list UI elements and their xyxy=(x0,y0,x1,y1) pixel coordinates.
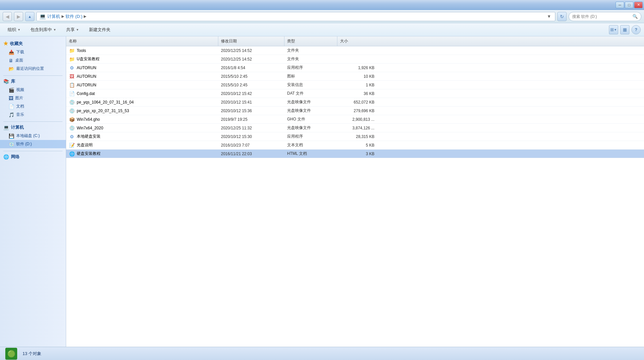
dat-icon: 📄 xyxy=(69,91,75,97)
table-row[interactable]: 📋 AUTORUN 2015/5/10 2:45 安装信息 1 KB xyxy=(66,81,644,89)
file-date-cell: 2020/10/12 15:41 xyxy=(218,100,284,105)
include-library-button[interactable]: 包含到库中 ▼ xyxy=(26,25,61,35)
desktop-icon: 🖥 xyxy=(9,58,13,63)
desktop-label: 桌面 xyxy=(15,58,23,63)
computer-header[interactable]: 💻 计算机 xyxy=(0,123,66,132)
sidebar-item-music[interactable]: 🎵 音乐 xyxy=(0,111,66,119)
doc-icon: 📄 xyxy=(9,104,14,109)
up-button[interactable]: ▲ xyxy=(25,12,34,21)
table-row[interactable]: 📦 Win7x64.gho 2019/9/7 19:25 GHO 文件 2,90… xyxy=(66,115,644,124)
table-row[interactable]: 📁 U盘安装教程 2020/12/25 14:52 文件夹 xyxy=(66,55,644,64)
downloads-label: 下载 xyxy=(16,49,24,55)
file-type-cell: 安装信息 xyxy=(284,82,337,88)
file-type-cell: 应用程序 xyxy=(284,134,337,139)
share-button[interactable]: 共享 ▼ xyxy=(62,25,83,35)
music-label: 音乐 xyxy=(16,112,24,117)
file-list: 📁 Tools 2020/12/25 14:52 文件夹 📁 U盘安装教程 20… xyxy=(66,46,644,347)
software-d-icon: 💿 xyxy=(9,142,14,147)
doc-label: 文档 xyxy=(16,104,24,109)
file-type-cell: DAT 文件 xyxy=(284,91,337,96)
recent-icon: 📂 xyxy=(9,66,14,71)
main-area: ★ 收藏夹 📥 下载 🖥 桌面 📂 最近访问的位置 📚 库 xyxy=(0,36,644,347)
folder-icon: 📁 xyxy=(69,56,75,62)
info-icon: 📋 xyxy=(69,82,75,88)
table-row[interactable]: 📝 光盘说明 2016/10/23 7:07 文本文档 5 KB xyxy=(66,141,644,150)
sidebar-item-downloads[interactable]: 📥 下载 xyxy=(0,48,66,56)
local-c-icon: 💾 xyxy=(9,133,14,139)
new-folder-button[interactable]: 新建文件夹 xyxy=(85,25,115,35)
forward-button[interactable]: ▶ xyxy=(14,12,23,21)
computer-section: 💻 计算机 💾 本地磁盘 (C:) 💿 软件 (D:) xyxy=(0,123,66,148)
recent-label: 最近访问的位置 xyxy=(16,66,44,71)
gho-icon: 📦 xyxy=(69,116,75,122)
file-name-text: 光盘说明 xyxy=(77,142,93,148)
refresh-button[interactable]: ↻ xyxy=(557,12,567,21)
network-header[interactable]: 🌐 网络 xyxy=(0,153,66,161)
table-row[interactable]: 💿 Win7x64_2020 2020/12/25 11:32 光盘映像文件 3… xyxy=(66,124,644,132)
table-row[interactable]: 💿 pe_yqs_1064_20_07_31_16_04 2020/10/12 … xyxy=(66,98,644,107)
file-name-text: AUTORUN xyxy=(77,74,96,79)
table-row[interactable]: ⚙ AUTORUN 2016/1/8 4:54 应用程序 1,926 KB xyxy=(66,64,644,72)
library-section: 📚 库 🎬 视频 🖼 图片 📄 文档 🎵 音乐 xyxy=(0,77,66,119)
sidebar-item-software-d[interactable]: 💿 软件 (D:) xyxy=(0,140,66,148)
col-name-header[interactable]: 名称 xyxy=(66,36,218,46)
file-name-cell: 🌐 硬盘安装教程 xyxy=(66,151,218,157)
sidebar-divider-3 xyxy=(3,151,63,151)
file-size-cell: 28,315 KB xyxy=(337,134,377,139)
file-type-cell: GHO 文件 xyxy=(284,116,337,122)
preview-button[interactable]: ▦ xyxy=(620,25,629,34)
minimize-button[interactable]: ─ xyxy=(616,2,624,8)
window-controls: ─ □ ✕ xyxy=(616,2,643,8)
file-type-cell: 文件夹 xyxy=(284,48,337,53)
help-button[interactable]: ? xyxy=(631,25,641,34)
table-row[interactable]: 💿 pe_yqs_xp_20_07_31_15_53 2020/10/12 15… xyxy=(66,107,644,115)
breadcrumb-drive[interactable]: 软件 (D:) xyxy=(65,14,82,20)
back-button[interactable]: ◀ xyxy=(3,12,12,21)
network-icon: 🌐 xyxy=(3,154,9,159)
new-folder-label: 新建文件夹 xyxy=(89,27,110,33)
folder-icon: 📁 xyxy=(69,48,75,54)
view-arrow: ▼ xyxy=(614,28,617,31)
address-bar: ◀ ▶ ▲ 💻 计算机 ▶ 软件 (D:) ▶ ▼ ↻ 🔍 xyxy=(0,10,644,23)
title-bar: ─ □ ✕ xyxy=(0,0,644,10)
sidebar-item-local-c[interactable]: 💾 本地磁盘 (C:) xyxy=(0,132,66,140)
col-date-header[interactable]: 修改日期 xyxy=(218,36,284,46)
help-icon: ? xyxy=(635,27,637,32)
library-header[interactable]: 📚 库 xyxy=(0,77,66,86)
file-name-text: 硬盘安装教程 xyxy=(77,151,101,157)
toolbar: 组织 ▼ 包含到库中 ▼ 共享 ▼ 新建文件夹 ⊞ ▼ ▦ ? xyxy=(0,23,644,36)
file-size-cell: 1,926 KB xyxy=(337,66,377,70)
breadcrumb-dropdown-btn[interactable]: ▼ xyxy=(546,14,552,19)
file-name-text: 本地硬盘安装 xyxy=(77,134,101,139)
file-type-cell: 文件夹 xyxy=(284,56,337,62)
iso-icon: 💿 xyxy=(69,99,75,105)
sidebar-item-desktop[interactable]: 🖥 桌面 xyxy=(0,56,66,65)
sidebar-item-recent[interactable]: 📂 最近访问的位置 xyxy=(0,65,66,73)
breadcrumb-computer[interactable]: 计算机 xyxy=(47,14,60,20)
file-type-cell: 图标 xyxy=(284,73,337,79)
library-label: 库 xyxy=(11,78,15,84)
file-name-text: pe_yqs_xp_20_07_31_15_53 xyxy=(77,109,129,113)
col-type-header[interactable]: 类型 xyxy=(284,36,337,46)
table-row[interactable]: 📄 Config.dat 2020/10/12 15:42 DAT 文件 36 … xyxy=(66,89,644,98)
video-label: 视频 xyxy=(16,87,24,93)
table-row[interactable]: ⚙ 本地硬盘安装 2020/10/12 15:30 应用程序 28,315 KB xyxy=(66,132,644,141)
maximize-button[interactable]: □ xyxy=(625,2,633,8)
view-button[interactable]: ⊞ ▼ xyxy=(609,25,618,34)
table-row[interactable]: 📁 Tools 2020/12/25 14:52 文件夹 xyxy=(66,46,644,55)
sidebar: ★ 收藏夹 📥 下载 🖥 桌面 📂 最近访问的位置 📚 库 xyxy=(0,36,66,347)
organize-button[interactable]: 组织 ▼ xyxy=(3,25,25,35)
close-button[interactable]: ✕ xyxy=(634,2,643,8)
search-input[interactable] xyxy=(572,14,630,19)
sidebar-item-picture[interactable]: 🖼 图片 xyxy=(0,94,66,102)
table-row[interactable]: 🌐 硬盘安装教程 2016/11/21 22:03 HTML 文档 3 KB xyxy=(66,150,644,158)
file-date-cell: 2015/5/10 2:45 xyxy=(218,74,284,79)
file-size-cell: 3 KB xyxy=(337,152,377,156)
favorites-header[interactable]: ★ 收藏夹 xyxy=(0,39,66,48)
table-row[interactable]: 🖼 AUTORUN 2015/5/10 2:45 图标 10 KB xyxy=(66,72,644,81)
txt-icon: 📝 xyxy=(69,142,75,148)
sidebar-item-doc[interactable]: 📄 文档 xyxy=(0,102,66,111)
file-size-cell: 3,874,126 ... xyxy=(337,126,377,130)
sidebar-item-video[interactable]: 🎬 视频 xyxy=(0,86,66,94)
col-size-header[interactable]: 大小 xyxy=(337,36,377,46)
